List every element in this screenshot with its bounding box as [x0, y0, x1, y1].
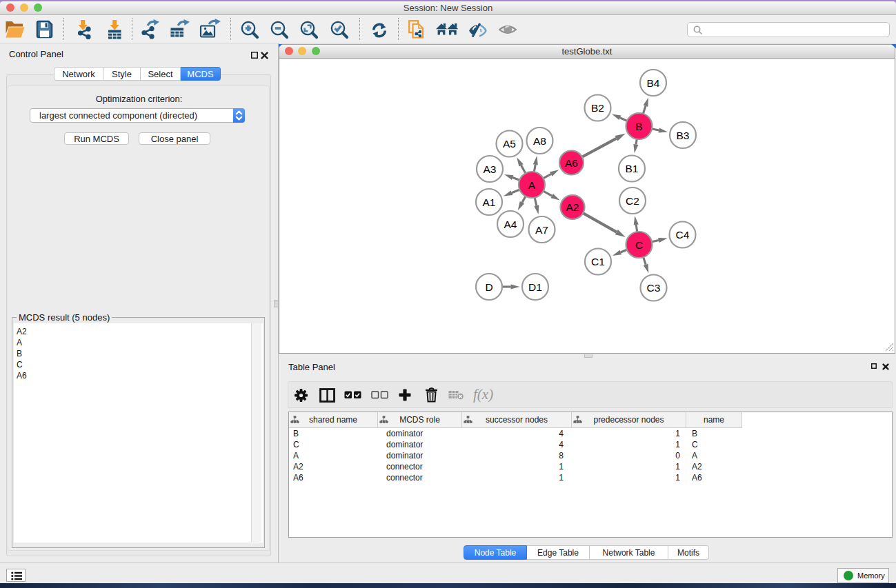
- svg-text:A8: A8: [533, 135, 546, 147]
- svg-text:D: D: [485, 281, 492, 293]
- svg-text:A3: A3: [484, 163, 497, 175]
- svg-text:A: A: [528, 179, 536, 191]
- svg-text:C4: C4: [676, 229, 690, 241]
- svg-text:A7: A7: [535, 224, 548, 236]
- svg-text:D1: D1: [528, 281, 542, 293]
- svg-text:A4: A4: [504, 219, 517, 230]
- svg-text:B3: B3: [677, 130, 690, 141]
- svg-text:C3: C3: [647, 282, 661, 294]
- svg-text:A2: A2: [566, 201, 579, 213]
- svg-text:C: C: [635, 239, 643, 251]
- svg-text:A5: A5: [503, 138, 516, 150]
- svg-text:B: B: [635, 121, 642, 132]
- svg-text:B2: B2: [591, 102, 604, 114]
- svg-text:A1: A1: [483, 196, 496, 208]
- svg-text:A6: A6: [565, 157, 578, 169]
- svg-text:C1: C1: [591, 256, 605, 267]
- svg-text:C2: C2: [626, 195, 639, 207]
- svg-text:B4: B4: [647, 77, 660, 89]
- svg-text:B1: B1: [626, 163, 639, 174]
